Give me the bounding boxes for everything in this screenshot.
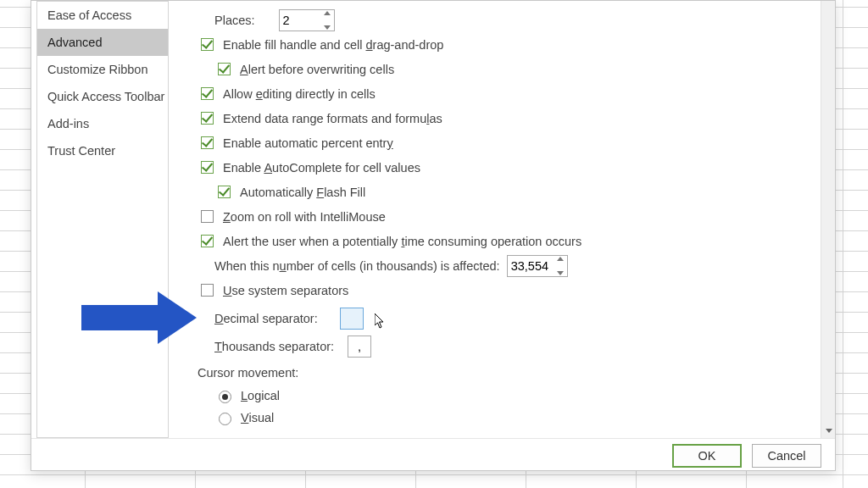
system-separators-label: Use system separators [223,284,348,297]
sidebar-item-trust-center[interactable]: Trust Center [37,137,168,164]
places-spinner[interactable] [279,9,335,31]
sidebar-item-customize-ribbon[interactable]: Customize Ribbon [37,56,168,83]
dialog-footer: OK Cancel [31,438,835,472]
thousands-separator-input[interactable] [348,336,371,358]
fill-handle-row: Enable fill handle and cell drag-and-dro… [198,32,830,57]
cells-affected-row: When this number of cells (in thousands)… [214,253,830,278]
flash-fill-label: Automatically Flash Fill [240,186,365,199]
alert-overwrite-label: Alert before overwriting cells [240,63,394,76]
autocomplete-row: Enable AutoComplete for cell values [198,155,830,180]
sidebar-item-add-ins[interactable]: Add-ins [37,110,168,137]
autocomplete-checkbox[interactable] [201,161,214,174]
allow-edit-checkbox[interactable] [201,87,214,100]
ok-button[interactable]: OK [672,444,742,468]
decimal-separator-row: Decimal separator: [214,306,830,330]
cursor-visual-label: Visual [241,411,274,424]
auto-percent-row: Enable automatic percent entry [198,130,830,155]
cursor-movement-label: Cursor movement: [198,366,298,380]
zoom-intellimouse-checkbox[interactable] [201,210,214,223]
system-separators-row: Use system separators [198,278,830,302]
dialog-body: Ease of Access Advanced Customize Ribbon… [31,1,835,438]
cells-affected-label: When this number of cells (in thousands)… [214,259,500,273]
sidebar-item-ease-of-access[interactable]: Ease of Access [37,2,168,29]
sidebar-item-advanced[interactable]: Advanced [37,29,168,56]
sidebar-item-quick-access-toolbar[interactable]: Quick Access Toolbar [37,83,168,110]
autocomplete-label: Enable AutoComplete for cell values [223,161,420,175]
cursor-movement-label-row: Cursor movement: [198,360,830,385]
fill-handle-checkbox[interactable] [201,38,214,51]
allow-edit-row: Allow editing directly in cells [198,81,830,106]
alert-overwrite-checkbox[interactable] [218,63,231,75]
scroll-down-button[interactable] [821,424,835,438]
decimal-separator-input[interactable] [340,308,364,330]
auto-percent-checkbox[interactable] [201,136,214,149]
places-label: Places: [214,14,255,27]
vertical-scrollbar[interactable] [821,1,835,438]
flash-fill-row: Automatically Flash Fill [214,180,830,204]
cursor-logical-row: Logical [214,385,830,407]
cells-affected-input[interactable] [507,255,568,277]
alert-time-row: Alert the user when a potentially time c… [198,229,830,253]
cells-affected-spinner[interactable] [507,255,568,277]
cursor-logical-radio[interactable] [219,391,231,403]
allow-edit-label: Allow editing directly in cells [223,87,376,101]
thousands-separator-row: Thousands separator: [214,334,830,358]
cancel-button[interactable]: Cancel [752,444,821,468]
alert-time-checkbox[interactable] [201,235,214,247]
cursor-logical-label: Logical [241,389,280,402]
extend-formats-label: Extend data range formats and formulas [223,112,442,125]
zoom-intellimouse-label: Zoom on roll with IntelliMouse [223,210,386,224]
system-separators-checkbox[interactable] [201,284,214,297]
flash-fill-checkbox[interactable] [218,186,231,198]
fill-handle-label: Enable fill handle and cell drag-and-dro… [223,38,443,52]
chevron-down-icon [826,429,832,433]
options-sidebar: Ease of Access Advanced Customize Ribbon… [36,1,169,438]
alert-time-label: Alert the user when a potentially time c… [223,235,581,248]
cursor-visual-row: Visual [214,407,830,429]
alert-overwrite-row: Alert before overwriting cells [214,57,830,81]
extend-formats-row: Extend data range formats and formulas [198,106,830,130]
places-row: Places: [214,8,830,32]
auto-percent-label: Enable automatic percent entry [223,136,393,150]
options-dialog: Ease of Access Advanced Customize Ribbon… [31,0,836,471]
cursor-visual-radio[interactable] [219,413,231,425]
places-input[interactable] [279,9,335,31]
advanced-options-pane: Places: Enable fill handle and cell drag… [174,1,835,438]
extend-formats-checkbox[interactable] [201,112,214,125]
decimal-separator-label: Decimal separator: [214,312,318,325]
thousands-separator-label: Thousands separator: [214,340,334,353]
zoom-intellimouse-row: Zoom on roll with IntelliMouse [198,204,830,229]
